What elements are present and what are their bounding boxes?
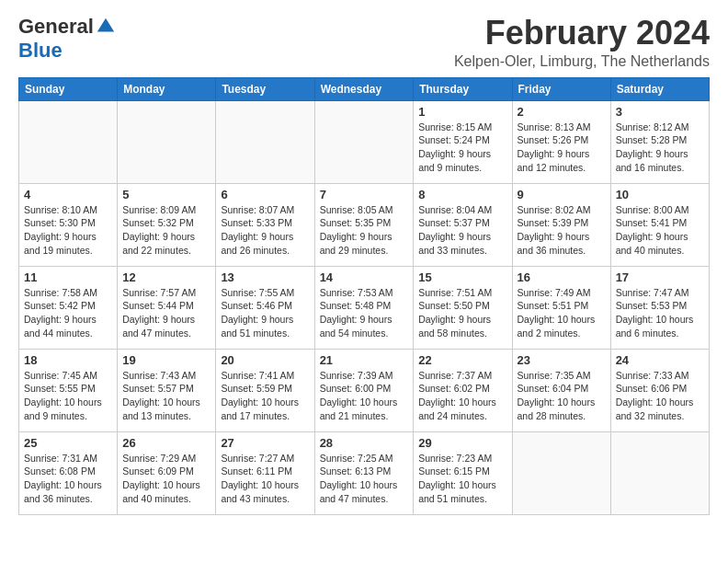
day-info: Sunrise: 7:58 AM Sunset: 5:42 PM Dayligh… [24,286,112,340]
calendar-week-row: 18Sunrise: 7:45 AM Sunset: 5:55 PM Dayli… [19,349,710,431]
day-info: Sunrise: 8:10 AM Sunset: 5:30 PM Dayligh… [24,203,112,258]
day-info: Sunrise: 7:33 AM Sunset: 6:06 PM Dayligh… [616,369,704,423]
day-number: 20 [221,353,309,367]
calendar-cell: 1Sunrise: 8:15 AM Sunset: 5:24 PM Daylig… [414,100,512,183]
day-number: 21 [320,353,409,367]
calendar-cell: 23Sunrise: 7:35 AM Sunset: 6:04 PM Dayli… [512,349,610,431]
day-number: 6 [221,188,309,201]
calendar-cell: 11Sunrise: 7:58 AM Sunset: 5:42 PM Dayli… [19,266,118,349]
day-info: Sunrise: 7:35 AM Sunset: 6:04 PM Dayligh… [518,369,606,423]
day-number: 3 [616,105,704,119]
day-number: 15 [418,270,506,284]
day-number: 29 [418,436,506,450]
day-info: Sunrise: 7:45 AM Sunset: 5:55 PM Dayligh… [24,369,112,423]
weekday-header: Thursday [414,77,512,100]
calendar-week-row: 25Sunrise: 7:31 AM Sunset: 6:08 PM Dayli… [19,431,710,514]
day-number: 7 [320,188,409,201]
day-number: 24 [616,353,704,367]
day-number: 14 [320,270,409,284]
day-number: 8 [418,188,506,201]
calendar-week-row: 1Sunrise: 8:15 AM Sunset: 5:24 PM Daylig… [19,100,710,183]
day-number: 10 [616,188,704,201]
calendar-cell [512,431,610,514]
day-number: 11 [24,270,112,284]
day-info: Sunrise: 8:05 AM Sunset: 5:35 PM Dayligh… [320,203,409,258]
calendar-cell: 27Sunrise: 7:27 AM Sunset: 6:11 PM Dayli… [216,431,314,514]
day-info: Sunrise: 8:00 AM Sunset: 5:41 PM Dayligh… [616,203,704,258]
calendar-cell: 13Sunrise: 7:55 AM Sunset: 5:46 PM Dayli… [216,266,314,349]
logo-general: General [18,15,94,39]
day-number: 1 [418,105,506,119]
calendar-cell: 28Sunrise: 7:25 AM Sunset: 6:13 PM Dayli… [314,431,414,514]
calendar-cell: 9Sunrise: 8:02 AM Sunset: 5:39 PM Daylig… [512,183,610,266]
weekday-header: Tuesday [216,77,314,100]
month-title: February 2024 [454,15,710,52]
day-number: 27 [221,436,309,450]
location-title: Kelpen-Oler, Limburg, The Netherlands [454,53,710,70]
logo: General Blue [18,15,116,63]
day-info: Sunrise: 7:37 AM Sunset: 6:02 PM Dayligh… [418,369,506,423]
day-info: Sunrise: 8:12 AM Sunset: 5:28 PM Dayligh… [616,121,704,175]
day-number: 22 [418,353,506,367]
day-info: Sunrise: 7:53 AM Sunset: 5:48 PM Dayligh… [320,286,409,340]
calendar-cell: 29Sunrise: 7:23 AM Sunset: 6:15 PM Dayli… [414,431,512,514]
calendar-cell: 17Sunrise: 7:47 AM Sunset: 5:53 PM Dayli… [610,266,709,349]
calendar: SundayMondayTuesdayWednesdayThursdayFrid… [18,77,710,515]
calendar-cell: 25Sunrise: 7:31 AM Sunset: 6:08 PM Dayli… [19,431,118,514]
weekday-header: Saturday [610,77,709,100]
day-info: Sunrise: 7:49 AM Sunset: 5:51 PM Dayligh… [518,286,606,340]
day-number: 23 [518,353,606,367]
day-info: Sunrise: 7:29 AM Sunset: 6:09 PM Dayligh… [122,452,210,506]
calendar-cell: 16Sunrise: 7:49 AM Sunset: 5:51 PM Dayli… [512,266,610,349]
day-info: Sunrise: 7:57 AM Sunset: 5:44 PM Dayligh… [122,286,210,340]
title-area: February 2024 Kelpen-Oler, Limburg, The … [454,15,710,70]
day-info: Sunrise: 7:27 AM Sunset: 6:11 PM Dayligh… [221,452,309,506]
calendar-cell: 7Sunrise: 8:05 AM Sunset: 5:35 PM Daylig… [314,183,414,266]
calendar-cell: 26Sunrise: 7:29 AM Sunset: 6:09 PM Dayli… [118,431,216,514]
calendar-cell [118,100,216,183]
day-number: 17 [616,270,704,284]
day-info: Sunrise: 8:09 AM Sunset: 5:32 PM Dayligh… [122,203,210,258]
day-info: Sunrise: 8:02 AM Sunset: 5:39 PM Dayligh… [518,203,606,258]
calendar-cell: 24Sunrise: 7:33 AM Sunset: 6:06 PM Dayli… [610,349,709,431]
calendar-cell: 14Sunrise: 7:53 AM Sunset: 5:48 PM Dayli… [314,266,414,349]
svg-marker-0 [97,18,114,32]
header: General Blue February 2024 Kelpen-Oler, … [18,15,710,70]
calendar-cell: 10Sunrise: 8:00 AM Sunset: 5:41 PM Dayli… [610,183,709,266]
day-info: Sunrise: 7:43 AM Sunset: 5:57 PM Dayligh… [122,369,210,423]
day-info: Sunrise: 7:47 AM Sunset: 5:53 PM Dayligh… [616,286,704,340]
day-info: Sunrise: 7:39 AM Sunset: 6:00 PM Dayligh… [320,369,409,423]
day-info: Sunrise: 7:25 AM Sunset: 6:13 PM Dayligh… [320,452,409,506]
calendar-cell: 12Sunrise: 7:57 AM Sunset: 5:44 PM Dayli… [118,266,216,349]
day-info: Sunrise: 7:51 AM Sunset: 5:50 PM Dayligh… [418,286,506,340]
day-number: 28 [320,436,409,450]
day-number: 2 [518,105,606,119]
day-info: Sunrise: 7:41 AM Sunset: 5:59 PM Dayligh… [221,369,309,423]
calendar-cell: 4Sunrise: 8:10 AM Sunset: 5:30 PM Daylig… [19,183,118,266]
day-info: Sunrise: 8:04 AM Sunset: 5:37 PM Dayligh… [418,203,506,258]
day-number: 25 [24,436,112,450]
day-info: Sunrise: 8:15 AM Sunset: 5:24 PM Dayligh… [418,121,506,175]
calendar-cell: 18Sunrise: 7:45 AM Sunset: 5:55 PM Dayli… [19,349,118,431]
calendar-cell [314,100,414,183]
calendar-week-row: 4Sunrise: 8:10 AM Sunset: 5:30 PM Daylig… [19,183,710,266]
calendar-cell [610,431,709,514]
weekday-header: Monday [118,77,216,100]
day-info: Sunrise: 7:55 AM Sunset: 5:46 PM Dayligh… [221,286,309,340]
calendar-week-row: 11Sunrise: 7:58 AM Sunset: 5:42 PM Dayli… [19,266,710,349]
calendar-cell: 5Sunrise: 8:09 AM Sunset: 5:32 PM Daylig… [118,183,216,266]
day-number: 18 [24,353,112,367]
day-number: 19 [122,353,210,367]
day-info: Sunrise: 8:13 AM Sunset: 5:26 PM Dayligh… [518,121,606,175]
day-number: 9 [518,188,606,201]
day-number: 26 [122,436,210,450]
calendar-cell: 3Sunrise: 8:12 AM Sunset: 5:28 PM Daylig… [610,100,709,183]
calendar-cell: 19Sunrise: 7:43 AM Sunset: 5:57 PM Dayli… [118,349,216,431]
weekday-header-row: SundayMondayTuesdayWednesdayThursdayFrid… [19,77,710,100]
calendar-cell: 2Sunrise: 8:13 AM Sunset: 5:26 PM Daylig… [512,100,610,183]
calendar-cell: 20Sunrise: 7:41 AM Sunset: 5:59 PM Dayli… [216,349,314,431]
calendar-cell [19,100,118,183]
logo-blue: Blue [18,39,63,63]
calendar-cell: 8Sunrise: 8:04 AM Sunset: 5:37 PM Daylig… [414,183,512,266]
day-number: 4 [24,188,112,201]
